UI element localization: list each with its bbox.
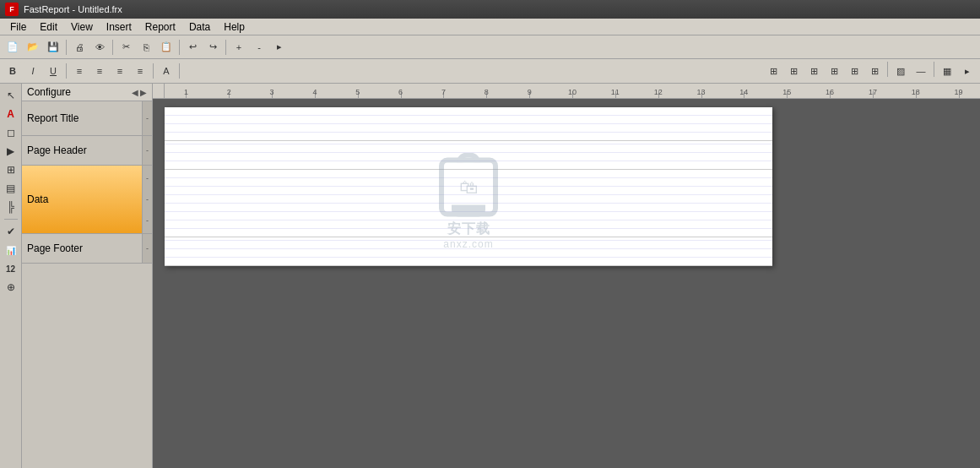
italic-button[interactable]: I	[24, 62, 42, 80]
ruler-container: 12345678910111213141516171819	[153, 84, 980, 99]
toolbar-area: 📄 📂 💾 🖨 👁 ✂ ⎘ 📋 ↩ ↪ + - ▸ B I U ≡ ≡ ≡ ≡ …	[0, 35, 980, 84]
toolbar-row2: B I U ≡ ≡ ≡ ≡ A ⊞ ⊞ ⊞ ⊞ ⊞ ⊞ ▨ — ▦ ▸	[0, 59, 980, 83]
grid-tb1[interactable]: ⊞	[764, 62, 782, 80]
copy-button[interactable]: ⎘	[137, 38, 155, 57]
redo-button[interactable]: ↪	[203, 38, 222, 57]
menu-file[interactable]: File	[3, 19, 33, 35]
select-tool[interactable]: ↖	[3, 87, 19, 104]
main-area: ↖ A ◻ ▶ ⊞ ▤ ╠ ✔ 📊 12 ⊕ Configure ◀ ▶ Rep…	[0, 84, 980, 468]
app-icon: F	[5, 3, 19, 16]
separator4	[225, 40, 226, 55]
preview-button[interactable]: 👁	[90, 38, 109, 57]
grid-tb5[interactable]: ⊞	[845, 62, 864, 80]
watermark-text: 安下载	[447, 220, 490, 237]
align-center-button[interactable]: ≡	[90, 62, 109, 80]
underline-button[interactable]: U	[44, 62, 62, 80]
grid-tb6[interactable]: ⊞	[865, 62, 884, 80]
open-button[interactable]: 📂	[24, 38, 42, 57]
align-justify-button[interactable]: ≡	[131, 62, 149, 80]
panel: Configure ◀ ▶ Report Title - Page Header…	[22, 84, 153, 468]
menu-data[interactable]: Data	[182, 19, 217, 35]
bold-button[interactable]: B	[3, 62, 22, 80]
save-button[interactable]: 💾	[44, 38, 62, 57]
panel-left-arrow[interactable]: ◀	[132, 88, 138, 97]
watermark: 🛍 安下载 anxz.com	[439, 157, 498, 249]
arrow-tool[interactable]: ▶	[3, 143, 19, 160]
panel-arrows: ◀ ▶	[132, 88, 147, 97]
grid-tb3[interactable]: ⊞	[804, 62, 823, 80]
print-button[interactable]: 🖨	[70, 38, 89, 57]
report-band-page-footer	[165, 237, 772, 266]
number-tool[interactable]: 12	[3, 260, 19, 277]
band-data-marker: ---	[142, 166, 152, 233]
band-data-label[interactable]: Data	[22, 166, 142, 233]
separator3	[179, 40, 180, 55]
ruler-corner	[153, 84, 165, 99]
separator1	[66, 40, 67, 55]
line-button[interactable]: —	[912, 62, 930, 80]
border-button[interactable]: ▦	[938, 62, 956, 80]
left-separator	[4, 219, 18, 220]
cut-button[interactable]: ✂	[116, 38, 135, 57]
panel-right-arrow[interactable]: ▶	[140, 88, 147, 97]
font-color-button[interactable]: A	[157, 62, 176, 80]
separator9	[934, 62, 934, 77]
align-right-button[interactable]: ≡	[111, 62, 129, 80]
band-report-title-label[interactable]: Report Title	[22, 101, 142, 135]
zoom-in-button[interactable]: +	[230, 38, 248, 57]
check-tool[interactable]: ✔	[3, 223, 19, 240]
grid-tb2[interactable]: ⊞	[784, 62, 803, 80]
left-toolbar: ↖ A ◻ ▶ ⊞ ▤ ╠ ✔ 📊 12 ⊕	[0, 84, 22, 468]
new-button[interactable]: 📄	[3, 38, 22, 57]
band-page-header-marker: -	[142, 136, 152, 165]
toolbar-row1: 📄 📂 💾 🖨 👁 ✂ ⎘ 📋 ↩ ↪ + - ▸	[0, 35, 980, 59]
text-tool[interactable]: A	[3, 106, 19, 122]
shape-tool[interactable]: ◻	[3, 124, 19, 141]
menu-view[interactable]: View	[64, 19, 100, 35]
separator8	[887, 62, 888, 77]
ruler-tool[interactable]: ╠	[3, 199, 19, 215]
separator2	[112, 40, 113, 55]
band-page-footer-marker: -	[142, 234, 152, 263]
ruler: 12345678910111213141516171819	[165, 84, 980, 99]
paste-button[interactable]: 📋	[157, 38, 176, 57]
separator6	[153, 63, 154, 79]
band-report-title[interactable]: Report Title -	[22, 101, 152, 136]
report-band-title	[165, 107, 772, 141]
more-button[interactable]: ▸	[270, 38, 289, 57]
band-page-header[interactable]: Page Header -	[22, 136, 152, 166]
undo-button[interactable]: ↩	[183, 38, 202, 57]
align-left-button[interactable]: ≡	[70, 62, 89, 80]
band-page-footer-label[interactable]: Page Footer	[22, 234, 142, 263]
menu-edit[interactable]: Edit	[33, 19, 64, 35]
canvas-area: 12345678910111213141516171819 🛍 安	[153, 84, 980, 468]
table-tool[interactable]: ▤	[3, 180, 19, 197]
menu-help[interactable]: Help	[217, 19, 252, 35]
tb-more2[interactable]: ▸	[958, 62, 977, 80]
separator7	[179, 63, 180, 79]
globe-tool[interactable]: ⊕	[3, 279, 19, 296]
panel-header: Configure ◀ ▶	[22, 84, 152, 101]
menu-bar: File Edit View Insert Report Data Help	[0, 19, 980, 35]
fill-button[interactable]: ▨	[891, 62, 910, 80]
band-data[interactable]: Data ---	[22, 166, 152, 234]
grid-tool[interactable]: ⊞	[3, 161, 19, 178]
report-canvas[interactable]: 🛍 安下载 anxz.com	[153, 99, 980, 468]
band-page-header-label[interactable]: Page Header	[22, 136, 142, 165]
report-page: 🛍 安下载 anxz.com	[165, 107, 772, 266]
panel-title: Configure	[27, 86, 71, 98]
band-page-footer[interactable]: Page Footer -	[22, 234, 152, 264]
menu-report[interactable]: Report	[138, 19, 182, 35]
title-bar: F FastReport - Untitled.frx	[0, 0, 980, 19]
menu-insert[interactable]: Insert	[100, 19, 138, 35]
chart-tool[interactable]: 📊	[3, 242, 19, 258]
zoom-out-button[interactable]: -	[250, 38, 268, 57]
report-band-page-header	[165, 141, 772, 170]
title-text: FastReport - Untitled.frx	[24, 4, 122, 14]
band-report-title-marker: -	[142, 101, 152, 135]
grid-tb4[interactable]: ⊞	[825, 62, 843, 80]
separator5	[66, 63, 67, 79]
report-band-data: 🛍 安下载 anxz.com	[165, 170, 772, 237]
